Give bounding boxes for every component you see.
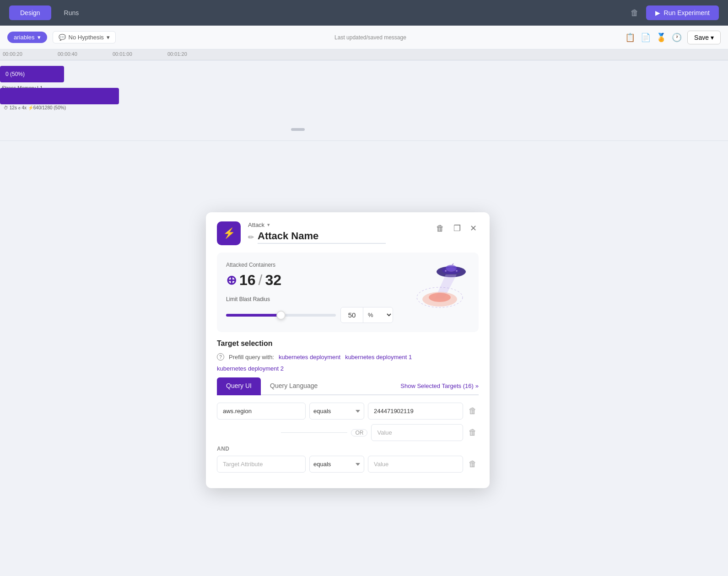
attacked-count: ⊕ 16 / 32 [226, 272, 393, 289]
target-crosshair-icon: ⊕ [226, 274, 237, 287]
attacked-containers-label: Attacked Containers [226, 262, 393, 268]
query-attribute-input-1[interactable] [217, 403, 306, 420]
tab-query-ui[interactable]: Query UI [217, 377, 261, 395]
or-label: OR [351, 429, 367, 436]
query-value-input-or[interactable] [371, 424, 463, 441]
prefill-link-2[interactable]: kubernetes deployment 1 [345, 354, 412, 361]
attack-name-row: ✏ [248, 230, 386, 244]
left-panel: ⚡ Attack ▾ ✏ 🗑 ❐ [0, 141, 728, 576]
prefill-link-3[interactable]: kubernetes deployment 2 [217, 365, 284, 372]
query-value-input-3[interactable] [368, 456, 463, 473]
panel-header: ⚡ Attack ▾ ✏ 🗑 ❐ [206, 212, 490, 245]
main-area: ⚡ Attack ▾ ✏ 🗑 ❐ [0, 141, 728, 576]
stats-left: Attacked Containers ⊕ 16 / 32 Limit Blas… [226, 262, 393, 323]
svg-point-8 [445, 270, 447, 272]
stats-card: Attacked Containers ⊕ 16 / 32 Limit Blas… [217, 253, 479, 332]
query-operator-select-1[interactable]: equals not equals contains [309, 403, 364, 420]
blast-radius-row: Limit Blast Radius % count [226, 296, 393, 323]
query-row-1: equals not equals contains 🗑 [217, 403, 479, 420]
nav-tabs: Design Runs [9, 5, 90, 20]
document-icon[interactable]: 📄 [641, 32, 651, 43]
toolbar-left: ariables ▾ 💬 No Hypthesis ▾ [7, 31, 116, 43]
panel-header-right: 🗑 ❐ ✕ [434, 221, 479, 235]
query-operator-select-3[interactable]: equals not equals contains [309, 456, 364, 473]
attack-label-chevron-icon: ▾ [267, 222, 270, 228]
nav-right: 🗑 ▶ Run Experiment [631, 5, 719, 20]
timeline-area: 00:00:20 00:00:40 00:01:00 00:01:20 0 (5… [0, 49, 728, 141]
prefill-row: ? Prefill query with: kubernetes deploym… [217, 353, 479, 372]
panel-close-button[interactable]: ✕ [468, 221, 479, 235]
hypothesis-icon: 💬 [59, 34, 66, 41]
track-bar-1[interactable]: 0 (50%) [0, 66, 64, 82]
slider-fill [226, 314, 281, 317]
timeline-scrollbar[interactable] [291, 128, 305, 131]
delete-query-row-1-button[interactable]: 🗑 [467, 404, 479, 418]
delete-query-row-3-button[interactable]: 🗑 [467, 458, 479, 471]
and-label: AND [217, 446, 479, 452]
delete-or-row-button[interactable]: 🗑 [467, 426, 479, 439]
delete-experiment-icon[interactable]: 🗑 [631, 8, 639, 18]
count-slash: / [259, 272, 263, 289]
target-attribute-input[interactable] [217, 456, 306, 473]
variables-label: ariables [14, 34, 35, 41]
hypothesis-button[interactable]: 💬 No Hypthesis ▾ [53, 31, 116, 43]
slider-track[interactable] [226, 314, 336, 317]
prefill-link-1[interactable]: kubernetes deployment [279, 354, 340, 361]
variables-chevron-icon: ▾ [38, 34, 41, 41]
help-icon[interactable]: ? [217, 353, 224, 361]
svg-point-6 [429, 293, 451, 302]
tick-2: 00:00:40 [55, 49, 110, 60]
save-button-group[interactable]: Save ▾ [687, 31, 721, 44]
tick-4: 00:01:20 [165, 49, 220, 60]
slider-unit-select[interactable]: % count [363, 307, 393, 323]
timeline-tracks: 0 (50%) Stress Memory L1 ⏱ 12s ↺ 4x ⚡640… [0, 60, 728, 134]
panel-header-left: ⚡ Attack ▾ ✏ [217, 221, 386, 245]
badge-icon[interactable]: 🏅 [656, 32, 666, 43]
query-tabs: Query UI Query Language Show Selected Ta… [217, 377, 479, 395]
last-updated-message: Last updated/saved message [334, 34, 406, 41]
target-selection-title: Target selection [217, 339, 479, 348]
pencil-icon: ✏ [248, 233, 254, 242]
attack-illustration [405, 262, 469, 312]
attack-title-area: Attack ▾ ✏ [248, 221, 386, 244]
svg-point-9 [456, 270, 458, 272]
timeline-ruler: 00:00:20 00:00:40 00:01:00 00:01:20 [0, 49, 728, 60]
query-row-3: equals not equals contains 🗑 [217, 456, 479, 473]
save-chevron-icon: ▾ [711, 34, 714, 41]
attack-name-input[interactable] [258, 230, 386, 244]
tab-runs[interactable]: Runs [53, 5, 90, 20]
secondary-toolbar: ariables ▾ 💬 No Hypthesis ▾ Last updated… [0, 26, 728, 49]
tick-3: 00:01:00 [110, 49, 165, 60]
blast-radius-label: Limit Blast Radius [226, 296, 393, 302]
clock-icon[interactable]: 🕐 [672, 32, 682, 43]
top-nav: Design Runs 🗑 ▶ Run Experiment [0, 0, 728, 26]
or-row: OR 🗑 [217, 424, 479, 441]
play-icon: ▶ [655, 9, 660, 16]
prefill-label: Prefill query with: [229, 354, 274, 361]
or-line-left [281, 432, 347, 433]
show-targets-link[interactable]: Show Selected Targets (16) » [400, 382, 479, 389]
panel-copy-button[interactable]: ❐ [452, 221, 463, 235]
tab-design[interactable]: Design [9, 5, 51, 20]
variables-dropdown[interactable]: ariables ▾ [7, 32, 47, 43]
target-selection: Target selection ? Prefill query with: k… [206, 339, 490, 473]
query-value-input-1[interactable] [368, 403, 463, 420]
attacked-number: 16 [239, 272, 256, 289]
hypothesis-chevron-icon: ▾ [107, 34, 110, 41]
slider-value-input[interactable] [341, 307, 363, 323]
track-bar-2[interactable] [0, 88, 119, 104]
clipboard-icon[interactable]: 📋 [625, 32, 635, 43]
slider-thumb[interactable] [276, 311, 286, 320]
track-bar-2-stats: ⏱ 12s ↺ 4x ⚡640/1280 (50%) [0, 105, 66, 110]
attack-lightning-icon: ⚡ [223, 227, 235, 239]
show-targets-chevron-icon: » [475, 382, 479, 389]
attack-panel: ⚡ Attack ▾ ✏ 🗑 ❐ [206, 212, 490, 488]
attack-label-row: Attack ▾ [248, 221, 386, 228]
attacked-total: 32 [265, 272, 281, 289]
run-experiment-button[interactable]: ▶ Run Experiment [646, 5, 719, 20]
tick-1: 00:00:20 [0, 49, 55, 60]
panel-delete-button[interactable]: 🗑 [434, 222, 446, 235]
tab-query-language[interactable]: Query Language [261, 377, 327, 395]
toolbar-right: 📋 📄 🏅 🕐 Save ▾ [625, 31, 721, 44]
attack-icon-box: ⚡ [217, 221, 241, 245]
